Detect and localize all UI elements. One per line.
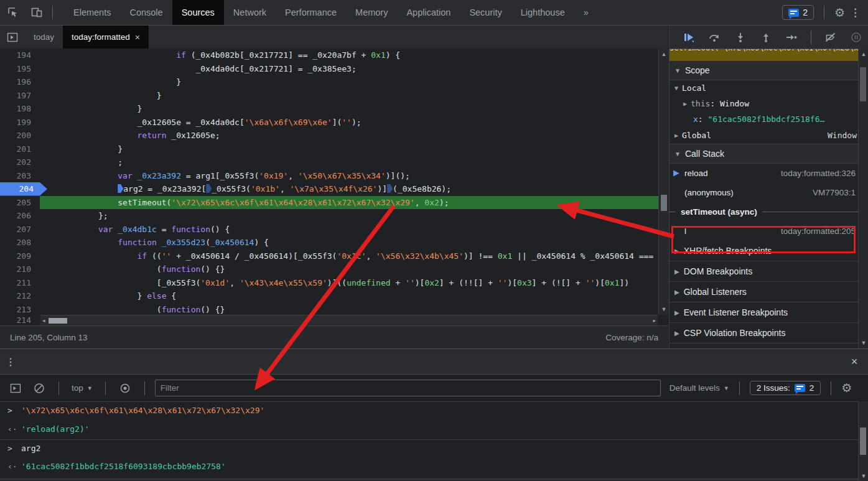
resume-script-icon[interactable]	[677, 29, 700, 46]
section-event-listener-breakpoints[interactable]: ▶Event Listener Breakpoints	[670, 302, 868, 323]
drawer-kebab-icon[interactable]: ⋮	[0, 349, 21, 374]
line-number[interactable]: 205	[0, 196, 40, 210]
settings-gear-icon[interactable]: ⚙	[834, 7, 845, 19]
active-breakpoint-entry[interactable]: setTimeout('\x72\x65\x6c\x6f\x61\x64\x28…	[670, 49, 868, 61]
line-number[interactable]: 198	[0, 102, 40, 116]
tab-lighthouse[interactable]: Lighthouse	[511, 0, 574, 25]
tab-application[interactable]: Application	[397, 0, 460, 25]
line-number[interactable]: 197	[0, 89, 40, 103]
scrollbar-thumb[interactable]	[661, 195, 667, 211]
chevron-down-icon: ▼	[674, 67, 681, 74]
section-csp-violation-breakpoints[interactable]: ▶CSP Violation Breakpoints	[670, 323, 868, 343]
scroll-right-icon[interactable]: ▸	[653, 315, 656, 326]
scrollbar-thumb[interactable]	[49, 318, 67, 324]
step-icon[interactable]	[780, 29, 803, 46]
console-filter-input[interactable]	[155, 380, 661, 396]
more-options-kebab-icon[interactable]: ⋮	[850, 6, 861, 19]
tab-memory[interactable]: Memory	[346, 0, 397, 25]
toolbar-right: 2 ⚙ ⋮	[782, 5, 868, 20]
callstack-frame[interactable]: reloadtoday:formatted:326	[670, 164, 868, 183]
line-number[interactable]: 214	[0, 315, 40, 325]
scroll-down-icon[interactable]: ▼	[859, 472, 868, 480]
code-editor[interactable]: 194 if (_0x4b082b[_0x217721] == _0x20a7b…	[0, 49, 668, 325]
scope-local-row[interactable]: ▼ Local	[670, 80, 868, 96]
console-issues-badge[interactable]: 2 Issues: 2	[750, 381, 821, 395]
scope-this-row[interactable]: ▶ this: Window	[670, 96, 868, 111]
section-global-listeners[interactable]: ▶Global Listeners	[670, 282, 868, 302]
line-number[interactable]: 195	[0, 62, 40, 76]
step-into-icon[interactable]	[729, 29, 752, 46]
step-over-icon[interactable]	[702, 29, 726, 46]
editor-vertical-scrollbar[interactable]: ▲ ▼	[658, 49, 669, 315]
line-number[interactable]: 210	[0, 263, 40, 276]
scroll-up-icon[interactable]: ▲	[659, 50, 669, 58]
callstack-frame[interactable]: ltoday:formatted:205	[670, 222, 868, 241]
tab-network[interactable]: Network	[224, 0, 276, 25]
line-number[interactable]: 211	[0, 276, 40, 290]
callstack-frame[interactable]: (anonymous)VM77903:1	[670, 183, 868, 202]
line-number[interactable]: 213	[0, 303, 40, 317]
scope-global-row[interactable]: ▶ Global Window	[670, 127, 868, 144]
javascript-context-selector[interactable]: top ▼	[69, 383, 95, 393]
log-levels-selector[interactable]: Default levels ▼	[670, 383, 729, 393]
console-input-row[interactable]: >'\x72\x65\x6c\x6f\x61\x64\x28\x61\x72\x…	[0, 402, 868, 421]
close-drawer-icon[interactable]: ×	[841, 349, 868, 374]
line-number[interactable]: 194	[0, 49, 40, 62]
divider	[670, 212, 676, 212]
live-expression-eye-icon[interactable]	[116, 380, 134, 396]
line-number[interactable]: 200	[0, 129, 40, 142]
line-number[interactable]: 204	[0, 182, 47, 196]
device-toolbar-icon[interactable]	[26, 4, 47, 21]
section-dom-breakpoints[interactable]: ▶DOM Breakpoints	[670, 261, 868, 282]
inspect-element-icon[interactable]	[2, 4, 24, 21]
line-number[interactable]: 207	[0, 223, 40, 236]
step-out-icon[interactable]	[754, 29, 777, 46]
editor-horizontal-scrollbar[interactable]: ◂ ▸	[40, 315, 658, 326]
close-tab-icon[interactable]: ×	[135, 32, 140, 42]
sidebar-vertical-scrollbar[interactable]: ▲ ▼	[858, 49, 868, 348]
scroll-left-icon[interactable]: ◂	[42, 315, 45, 326]
inline-breakpoint-icon[interactable]	[118, 184, 123, 193]
code-line: 197 }	[0, 89, 668, 103]
line-number[interactable]: 203	[0, 169, 40, 183]
tab-security[interactable]: Security	[460, 0, 511, 25]
callstack-section-header[interactable]: ▼ Call Stack	[670, 144, 868, 164]
inline-breakpoint-icon[interactable]	[387, 184, 393, 193]
scope-section-header[interactable]: ▼ Scope	[670, 61, 868, 80]
show-console-sidebar-icon[interactable]	[6, 380, 25, 396]
deactivate-breakpoints-icon[interactable]	[819, 29, 842, 46]
line-number[interactable]: 208	[0, 236, 40, 250]
scroll-up-icon[interactable]: ▲	[859, 50, 868, 58]
clear-console-icon[interactable]	[30, 380, 49, 396]
show-navigator-icon[interactable]	[0, 26, 25, 49]
line-number[interactable]: 199	[0, 116, 40, 129]
console-settings-gear-icon[interactable]: ⚙	[841, 382, 852, 394]
tab-console[interactable]: Console	[120, 0, 172, 25]
file-tab-today-formatted[interactable]: today:formatted×	[63, 26, 149, 49]
console-result-row[interactable]: ‹·'reload(arg2)'	[0, 421, 868, 439]
line-number[interactable]: 202	[0, 156, 40, 169]
scrollbar-thumb[interactable]	[860, 427, 866, 455]
inline-breakpoint-icon[interactable]	[206, 184, 212, 193]
scrollbar-thumb[interactable]	[860, 67, 866, 101]
code-text: }	[40, 75, 668, 89]
line-number[interactable]: 212	[0, 289, 40, 303]
issues-badge[interactable]: 2	[782, 5, 814, 20]
console-result-row[interactable]: ‹·'61cac5082f1bbdcf2518f6093189cbcbb9eb2…	[0, 458, 868, 477]
tab-performance[interactable]: Performance	[276, 0, 346, 25]
tab-elements[interactable]: Elements	[64, 0, 120, 25]
pause-on-exceptions-icon[interactable]	[845, 29, 868, 46]
line-number[interactable]: 196	[0, 75, 40, 89]
scope-x-row[interactable]: x: "61cac5082f1bbdcf2518f6…	[670, 111, 868, 127]
scroll-down-icon[interactable]: ▼	[659, 305, 669, 314]
line-number[interactable]: 209	[0, 250, 40, 263]
line-number[interactable]: 206	[0, 209, 40, 223]
line-number[interactable]: 201	[0, 142, 40, 156]
tab-sources[interactable]: Sources	[172, 0, 224, 25]
section-xhr-fetch-breakpoints[interactable]: ▶XHR/fetch Breakpoints	[670, 241, 868, 261]
console-vertical-scrollbar[interactable]: ▼	[858, 401, 868, 481]
console-input-row[interactable]: >arg2	[0, 439, 868, 458]
file-tab-today[interactable]: today	[25, 26, 63, 49]
scroll-down-icon[interactable]: ▼	[859, 339, 868, 347]
more-tabs-button[interactable]: »	[574, 0, 598, 25]
